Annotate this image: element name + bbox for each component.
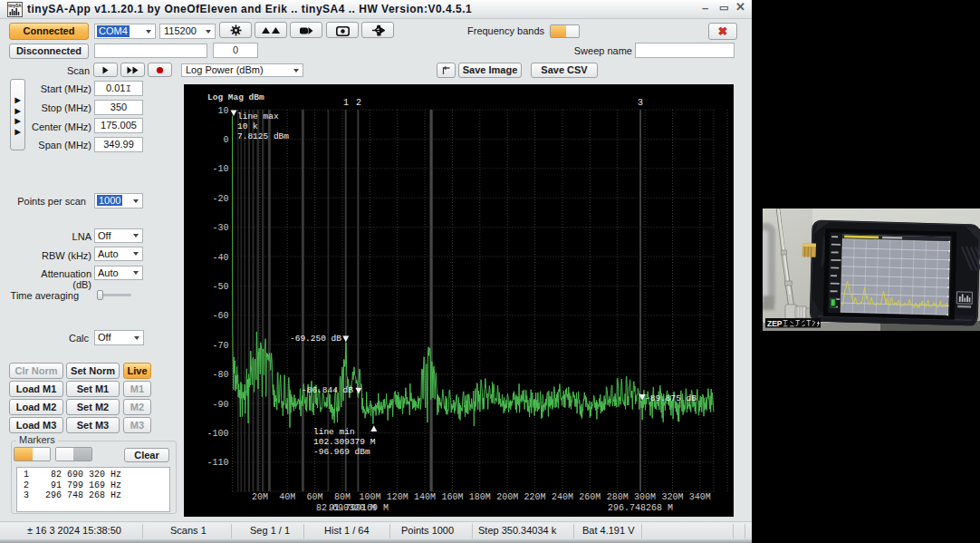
- svg-text:2: 2: [356, 98, 361, 108]
- svg-text:7.8125 dBm: 7.8125 dBm: [237, 131, 289, 141]
- svg-text:320M: 320M: [661, 492, 683, 502]
- svg-text:102.309379 M: 102.309379 M: [313, 437, 376, 447]
- svg-text:-30: -30: [212, 223, 228, 233]
- svg-text:280M: 280M: [607, 492, 629, 502]
- svg-text:-50: -50: [212, 282, 228, 292]
- svg-text:80M: 80M: [334, 492, 351, 502]
- svg-text:-89.875 dB: -89.875 dB: [645, 393, 697, 403]
- svg-text:-90: -90: [212, 400, 228, 410]
- svg-text:200M: 200M: [496, 492, 518, 502]
- svg-text:-20: -20: [212, 194, 228, 204]
- svg-text:ZEP: ZEP: [767, 319, 783, 328]
- svg-text:-60: -60: [212, 311, 228, 321]
- svg-text:220M: 220M: [524, 492, 546, 502]
- svg-text:140M: 140M: [414, 492, 436, 502]
- svg-text:180M: 180M: [469, 492, 491, 502]
- svg-text:-100: -100: [207, 429, 228, 439]
- svg-text:1: 1: [343, 98, 349, 108]
- svg-text:line max: line max: [237, 112, 279, 121]
- svg-text:-70: -70: [212, 341, 228, 351]
- svg-text:20M: 20M: [252, 492, 268, 502]
- svg-text:260M: 260M: [579, 492, 600, 502]
- svg-text:160M: 160M: [441, 492, 463, 502]
- svg-text:Log Mag dBm: Log Mag dBm: [207, 92, 264, 102]
- svg-text:-96.969 dBm: -96.969 dBm: [313, 447, 370, 457]
- svg-text:-110: -110: [207, 458, 228, 468]
- svg-text:10: 10: [217, 106, 228, 116]
- svg-text:-10: -10: [212, 164, 228, 174]
- svg-text:0: 0: [223, 135, 228, 145]
- svg-text:120M: 120M: [387, 492, 408, 502]
- svg-text:340M: 340M: [689, 492, 711, 502]
- svg-text:40M: 40M: [279, 492, 295, 502]
- svg-text:3: 3: [638, 98, 643, 108]
- svg-text:91.799169 M: 91.799169 M: [329, 503, 389, 513]
- svg-text:-69.250 dB: -69.250 dB: [290, 334, 341, 344]
- svg-text:60M: 60M: [307, 492, 323, 502]
- svg-text:240M: 240M: [552, 492, 573, 502]
- svg-text:-80: -80: [212, 370, 228, 380]
- svg-text:100M: 100M: [359, 492, 380, 502]
- svg-text:-86.844 dB: -86.844 dB: [302, 385, 353, 395]
- svg-text:296.748268 M: 296.748268 M: [608, 503, 673, 513]
- svg-text:300M: 300M: [634, 492, 656, 502]
- svg-text:-40: -40: [212, 253, 228, 263]
- svg-text:tinySA: tinySA: [8, 4, 22, 8]
- svg-text:10 k: 10 k: [237, 121, 258, 131]
- svg-text:line min: line min: [313, 427, 355, 437]
